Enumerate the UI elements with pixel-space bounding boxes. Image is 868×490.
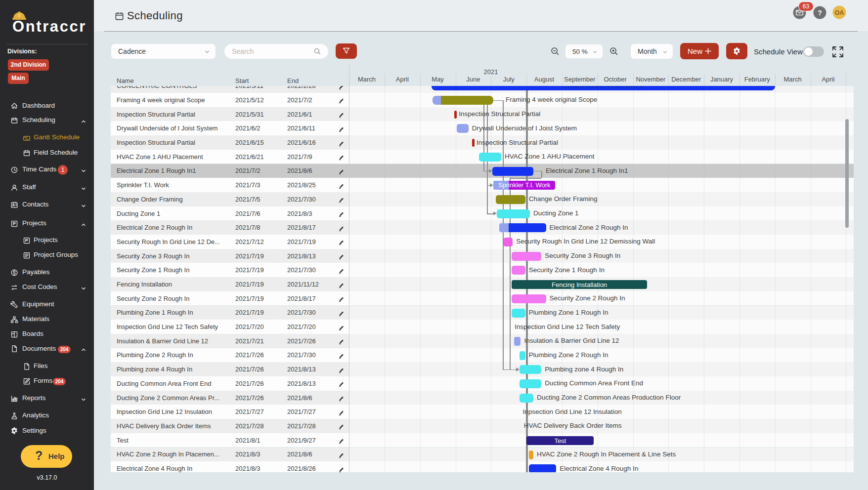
svg-text:?: ? [818,9,822,17]
svg-text:OA: OA [835,9,844,16]
